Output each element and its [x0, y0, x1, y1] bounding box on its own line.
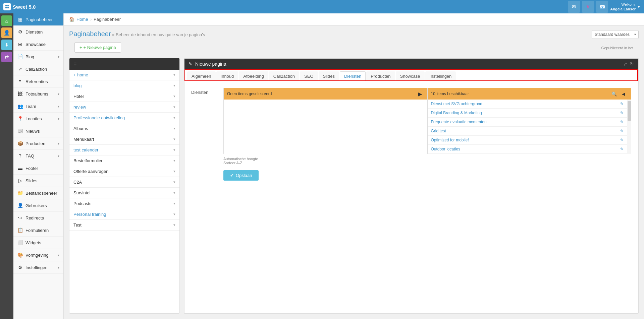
sidebar-item-diensten[interactable]: ⚙ Diensten	[13, 26, 63, 38]
list-item[interactable]: Frequente evaluatie momenten ✎	[428, 118, 627, 127]
mail-btn[interactable]: 📧	[596, 1, 608, 13]
sidebar-item-blog[interactable]: 📄 Blog ▾	[13, 51, 63, 63]
tree-item[interactable]: C2A ▾	[69, 177, 179, 188]
sidebar-item-referenties[interactable]: ❝ Referenties	[13, 75, 63, 88]
breadcrumb-home-link[interactable]: Home	[76, 17, 88, 22]
tree-item-name: + home	[73, 72, 88, 77]
tree-item-name: test calender	[73, 147, 98, 152]
tree-item[interactable]: Survintel ▾	[69, 188, 179, 198]
sidebar-item-nieuws[interactable]: 📰 Nieuws	[13, 125, 63, 137]
logo-icon	[3, 3, 11, 10]
user-menu[interactable]: Welkom, Angela Lanser ▼	[610, 2, 641, 12]
tab-producten[interactable]: Producten	[366, 71, 395, 81]
tab-algemeen[interactable]: Algemeen	[187, 71, 216, 81]
diensten-add-btn[interactable]: ▶	[416, 90, 424, 98]
tree-item[interactable]: Professionele ontwikkeling ▾	[69, 113, 179, 123]
tree-item[interactable]: Test ▾	[69, 220, 179, 231]
list-item[interactable]: Optimized for mobile! ✎	[428, 136, 627, 145]
tree-list: + home ▾ blog ▾ Hotel ▾ review ▾	[69, 70, 179, 313]
tree-item[interactable]: Personal training ▾	[69, 209, 179, 220]
tab-showcase[interactable]: Showcase	[396, 71, 425, 81]
home-quick-btn[interactable]: ⌂	[1, 15, 12, 26]
gear-icon: ⚙	[17, 265, 23, 270]
tree-item-name: blog	[73, 83, 82, 88]
edit-pencil-icon[interactable]: ✎	[620, 147, 624, 151]
breadcrumb: 🏠 Home › Paginabeheer	[64, 13, 644, 25]
tab-inhoud[interactable]: Inhoud	[216, 71, 238, 81]
scrollbar[interactable]	[627, 100, 631, 154]
sidebar-label-widgets: Widgets	[25, 240, 41, 245]
sidebar-item-slides[interactable]: ▷ Slides	[13, 175, 63, 187]
sidebar-item-formulieren[interactable]: 📋 Formulieren	[13, 224, 63, 237]
diensten-search-btn[interactable]: 🔍	[610, 90, 618, 98]
sidebar-item-redirects[interactable]: ↪ Redirects	[13, 212, 63, 224]
tab-call2action[interactable]: Call2action	[269, 71, 299, 81]
tab-seo[interactable]: SEO	[300, 71, 318, 81]
sidebar-item-paginabeheer[interactable]: ▦ Paginabeheer	[13, 13, 63, 26]
diensten-back-btn[interactable]: ◀	[620, 90, 628, 98]
tab-instellingen[interactable]: Instellingen	[425, 71, 456, 81]
tab-diensten[interactable]: Diensten	[340, 71, 366, 81]
sidebar-item-widgets[interactable]: ⬜ Widgets	[13, 237, 63, 249]
list-item[interactable]: Outdoor locaties ✎	[428, 145, 627, 154]
edit-pencil-icon[interactable]: ✎	[620, 111, 624, 115]
tree-item[interactable]: test calender ▾	[69, 145, 179, 155]
tree-item-name: Personal training	[73, 212, 106, 217]
redirect-icon: ↪	[17, 215, 23, 220]
sidebar-item-vormgeving[interactable]: 🎨 Vormgeving ▾	[13, 249, 63, 261]
sidebar-item-team[interactable]: 👥 Team ▾	[13, 100, 63, 113]
sidebar-label-producten: Producten	[25, 141, 45, 146]
tab-afbeelding[interactable]: Afbeelding	[239, 71, 268, 81]
sidebar-item-call2action[interactable]: ↗ Call2action	[13, 63, 63, 75]
breadcrumb-home-icon: 🏠	[69, 17, 74, 22]
sidebar-item-showcase[interactable]: ⊞ Showcase	[13, 38, 63, 51]
diensten-item-name: Outdoor locaties	[431, 147, 460, 151]
new-page-label: + Nieuwe pagina	[84, 45, 116, 50]
refresh-icon[interactable]: ↻	[630, 61, 634, 67]
sidebar-label-faq: FAQ	[25, 153, 34, 158]
form-icon: 📋	[17, 228, 23, 233]
list-item[interactable]: Grid test ✎	[428, 127, 627, 136]
edit-pencil-icon[interactable]: ✎	[620, 138, 624, 142]
shield-btn[interactable]: ♛	[582, 1, 594, 13]
sidebar-item-faq[interactable]: ? FAQ ▾	[13, 150, 63, 162]
sidebar-item-fotoalbums[interactable]: 🖼 Fotoalbums ▾	[13, 88, 63, 100]
tree-item[interactable]: Hotel ▾	[69, 91, 179, 102]
opslaan-button[interactable]: ✔ Opslaan	[223, 170, 259, 181]
edit-pencil-icon[interactable]: ✎	[620, 102, 624, 106]
detail-panel-header-left: ✎ Nieuwe pagina	[189, 61, 226, 67]
chevron-icon: ▾	[58, 253, 59, 257]
edit-pencil-icon[interactable]: ✎	[620, 120, 624, 124]
share-quick-btn[interactable]: ⇄	[1, 52, 12, 62]
tree-item[interactable]: Podcasts ▾	[69, 198, 179, 209]
detail-panel-header-icons: ⤢ ↻	[623, 61, 634, 67]
sidebar-label-paginabeheer: Paginabeheer	[25, 17, 53, 22]
tree-item[interactable]: Bestelformulier ▾	[69, 155, 179, 166]
tree-arrow-icon: ▾	[173, 148, 175, 152]
download-quick-btn[interactable]: ⬇	[1, 40, 12, 50]
messages-btn[interactable]: ✉	[568, 1, 580, 13]
tabs-bar: Algemeen Inhoud Afbeelding Call2action S…	[184, 69, 638, 81]
sidebar-label-fotoalbums: Fotoalbums	[25, 91, 48, 97]
user-quick-btn[interactable]: 👤	[1, 27, 12, 38]
tree-item[interactable]: Offerte aanvragen ▾	[69, 166, 179, 177]
sidebar-item-bestandsbeheer[interactable]: 📁 Bestandsbeheer	[13, 187, 63, 199]
standaard-waardes-dropdown[interactable]: Standaard waardes	[592, 30, 639, 39]
list-item[interactable]: Digital Branding & Marketing ✎	[428, 109, 627, 118]
tree-item[interactable]: + home ▾	[69, 70, 179, 80]
tree-item[interactable]: review ▾	[69, 102, 179, 113]
list-item[interactable]: Dienst met SVG achtergrond ✎	[428, 100, 627, 109]
tree-item[interactable]: Menukaart ▾	[69, 134, 179, 145]
sidebar-item-locaties[interactable]: 📍 Locaties ▾	[13, 113, 63, 125]
tree-item[interactable]: Albums ▾	[69, 123, 179, 134]
edit-pencil-icon[interactable]: ✎	[620, 129, 624, 133]
new-page-button[interactable]: + + Nieuwe pagina	[74, 42, 121, 53]
tab-slides[interactable]: Slides	[319, 71, 339, 81]
sidebar-item-gebruikers[interactable]: 👤 Gebruikers	[13, 199, 63, 212]
sidebar-item-instellingen[interactable]: ⚙ Instellingen ▾	[13, 261, 63, 274]
tree-item[interactable]: blog ▾	[69, 80, 179, 91]
diensten-section: Diensten Geen items geselecteerd ▶	[191, 88, 631, 181]
expand-icon[interactable]: ⤢	[623, 61, 627, 67]
sidebar-item-producten[interactable]: 📦 Producten ▾	[13, 137, 63, 150]
sidebar-item-footer[interactable]: ▬ Footer	[13, 162, 63, 175]
